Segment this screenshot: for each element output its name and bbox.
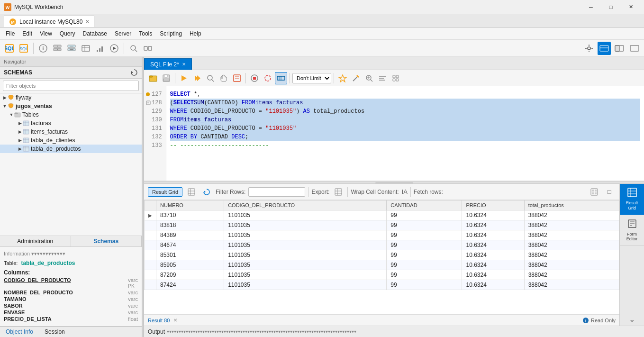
info-panel: Information ▾▾▾▾▾▾▾▾▾▾▾▾ Table: tabla_de… <box>0 246 142 326</box>
col-header-precio[interactable]: PRECIO <box>462 200 524 210</box>
result-grid-icon-btn[interactable] <box>185 186 198 198</box>
info-columns-title: Columns: <box>4 269 138 276</box>
table-row[interactable]: 8467411010359910.6324388042 <box>145 240 619 250</box>
result-refresh-btn[interactable] <box>200 186 213 198</box>
etb-save-button[interactable] <box>160 72 172 84</box>
svg-marker-77 <box>339 75 346 82</box>
menu-database[interactable]: Database <box>79 29 111 38</box>
result-tab-label[interactable]: Result 80 <box>148 318 170 323</box>
code-content[interactable]: SELECT *, (SELECT SUM(CANTIDAD) FROM ite… <box>166 86 644 181</box>
tab-session[interactable]: Session <box>39 327 71 337</box>
table-icon-productos <box>23 146 29 152</box>
etb-search-button[interactable] <box>204 72 217 84</box>
cell-PRECIO: 10.6324 <box>462 240 524 250</box>
etb-run-selection-button[interactable] <box>191 72 203 84</box>
tab-object-info[interactable]: Object Info <box>0 327 39 337</box>
etb-folder-button[interactable] <box>147 72 159 84</box>
etb-hand-button[interactable] <box>218 72 230 84</box>
tree-item-tabla-clientes[interactable]: ▶ tabla_de_clientes <box>0 136 142 145</box>
sql-editor-tab-close[interactable]: ✕ <box>182 62 186 67</box>
table-row[interactable]: 8742411010359910.6324388042 <box>145 280 619 290</box>
col-item-5: ENVASE varc <box>4 309 138 316</box>
col-header-codigo[interactable]: CODIGO_DEL_PRODUCTO <box>224 200 387 210</box>
filter-objects-input[interactable] <box>3 81 139 91</box>
migrate-button[interactable] <box>141 42 154 55</box>
menu-help[interactable]: Help <box>186 29 205 38</box>
etb-star-button[interactable] <box>336 72 349 84</box>
tree-item-jugos-ventas[interactable]: ▼ jugos_ventas <box>0 102 142 110</box>
layout-2-button[interactable] <box>613 42 626 55</box>
maximize-button[interactable]: □ <box>601 2 620 12</box>
menu-query[interactable]: Query <box>56 29 79 38</box>
tree-item-facturas[interactable]: ▶ facturas <box>0 119 142 128</box>
table-row[interactable]: 8720911010359910.6324388042 <box>145 270 619 280</box>
layout-1-button[interactable] <box>598 42 611 55</box>
instance-tab[interactable]: M Local instance MySQL80 ✕ <box>4 16 94 27</box>
exec-explain-button[interactable] <box>108 42 121 55</box>
menu-server[interactable]: Server <box>111 29 135 38</box>
layout-settings-button[interactable] <box>582 42 596 55</box>
cell-NUMERO: 87424 <box>156 280 224 290</box>
schema-inspector-button[interactable] <box>65 42 78 55</box>
etb-config-button[interactable] <box>390 72 402 84</box>
etb-refresh-button[interactable] <box>262 72 274 84</box>
tree-item-items-facturas[interactable]: ▶ items_facturas <box>0 128 142 136</box>
tree-item-flyway[interactable]: ▶ flyway <box>0 93 142 102</box>
limit-select[interactable]: Don't Limit 1000 rows 500 rows 200 rows … <box>292 73 331 83</box>
info-button[interactable]: i <box>36 42 50 55</box>
menu-view[interactable]: View <box>36 29 56 38</box>
db-connect-button[interactable] <box>51 42 64 55</box>
query-stats-button[interactable] <box>93 42 107 55</box>
export-btn[interactable] <box>332 186 345 198</box>
svg-text:M: M <box>11 20 15 25</box>
table-row[interactable]: 8590511010359910.6324388042 <box>145 260 619 270</box>
filter-rows-input[interactable] <box>248 187 305 197</box>
code-editor[interactable]: 127 128 129 130 131 132 133 SELECT *, (S… <box>144 86 644 181</box>
table-row[interactable]: 8530111010359910.6324388042 <box>145 250 619 260</box>
result-table-wrap[interactable]: NUMERO CODIGO_DEL_PRODUCTO CANTIDAD PREC… <box>144 200 619 314</box>
etb-bookmark-button[interactable] <box>231 72 243 84</box>
rt-expand-btn[interactable]: □ <box>603 186 616 198</box>
title-bar: W MySQL Workbench ─ □ ✕ <box>0 0 644 14</box>
etb-run-button[interactable] <box>178 72 190 84</box>
col-header-numero[interactable]: NUMERO <box>156 200 224 210</box>
new-query-button[interactable]: SQL <box>3 42 16 55</box>
schemas-sync-icon[interactable] <box>130 69 138 76</box>
etb-wand-button[interactable] <box>350 72 362 84</box>
result-wrap: Result Grid Filter Rows: Export: <box>144 184 644 326</box>
col-header-cantidad[interactable]: CANTIDAD <box>387 200 462 210</box>
close-button[interactable]: ✕ <box>621 2 640 12</box>
menu-file[interactable]: File <box>2 29 18 38</box>
minimize-button[interactable]: ─ <box>581 2 600 12</box>
instance-tab-close[interactable]: ✕ <box>85 19 89 24</box>
code-line-133: -- -------------------------- <box>170 141 640 150</box>
rt-settings-btn[interactable] <box>588 186 600 198</box>
menu-tools[interactable]: Tools <box>135 29 156 38</box>
table-row[interactable]: 8381811010359910.6324388042 <box>145 220 619 230</box>
etb-stop-button[interactable] <box>248 72 261 84</box>
svg-rect-89 <box>393 79 395 81</box>
table-row[interactable]: 8438911010359910.6324388042 <box>145 230 619 240</box>
etb-format-button[interactable] <box>376 72 389 84</box>
tree-item-tables[interactable]: ▼ Tables <box>0 110 142 119</box>
search-button[interactable] <box>127 42 140 55</box>
result-grid-btn[interactable]: ResultGrid <box>620 184 644 215</box>
tab-schemas[interactable]: Schemas <box>71 236 142 246</box>
rsp-down-arrow[interactable]: ⌄ <box>620 313 644 326</box>
sql-editor-tab[interactable]: SQL File 2* ✕ <box>144 58 192 70</box>
result-tab-close[interactable]: ✕ <box>173 318 177 323</box>
toolbar-sep-1 <box>33 43 34 54</box>
etb-visual-explain-button[interactable] <box>275 72 287 84</box>
col-header-total[interactable]: total_productos <box>524 200 619 210</box>
result-grid-tab-btn[interactable]: Result Grid <box>148 187 182 197</box>
tree-item-tabla-productos[interactable]: ▶ tabla_de_productos <box>0 145 142 153</box>
table-row[interactable]: ▶8371011010359910.6324388042 <box>145 210 619 220</box>
table-data-button[interactable] <box>79 42 92 55</box>
layout-3-button[interactable] <box>628 42 641 55</box>
form-editor-btn[interactable]: FormEditor <box>620 215 644 246</box>
open-button[interactable]: SQL+ <box>17 42 30 55</box>
menu-scripting[interactable]: Scripting <box>156 29 186 38</box>
menu-edit[interactable]: Edit <box>18 29 36 38</box>
tab-administration[interactable]: Administration <box>0 236 71 246</box>
etb-magnify-button[interactable] <box>363 72 375 84</box>
